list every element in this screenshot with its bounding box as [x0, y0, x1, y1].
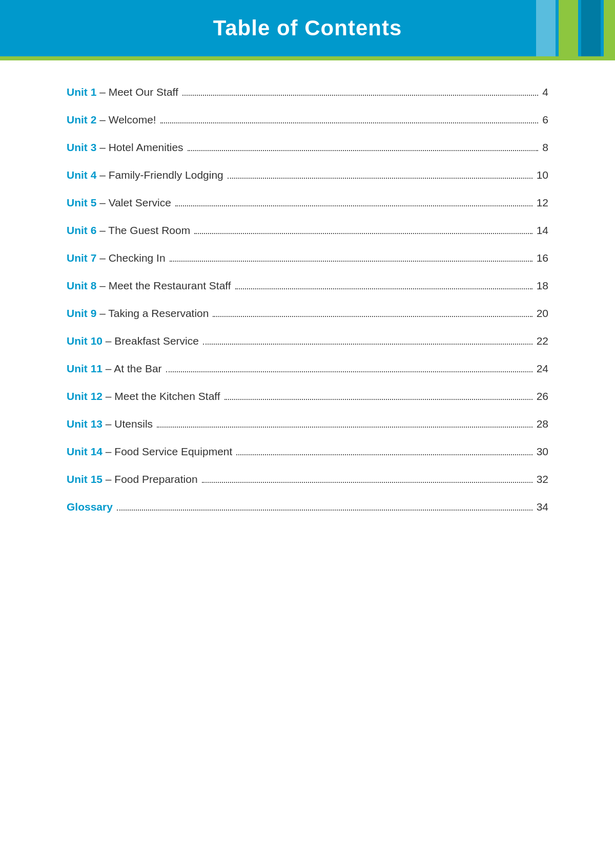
- page-header: Table of Contents: [0, 0, 615, 56]
- bar-1: [536, 0, 556, 56]
- toc-item-unit9: Unit 9 – Taking a Reservation 20: [67, 307, 548, 320]
- toc-page-unit2: 6: [542, 114, 548, 126]
- toc-unit-unit2: Unit 2: [67, 114, 96, 125]
- toc-item-unit7: Unit 7 – Checking In 16: [67, 252, 548, 264]
- bar-4: [604, 0, 615, 56]
- toc-item-unit13: Unit 13 – Utensils 28: [67, 418, 548, 430]
- toc-item-glossary: Glossary 34: [67, 501, 548, 513]
- toc-dots-unit4: [228, 178, 532, 179]
- toc-dash-unit1: – Meet Our Staff: [96, 86, 178, 98]
- toc-label-unit14: Unit 14 – Food Service Equipment: [67, 446, 232, 458]
- toc-item-unit6: Unit 6 – The Guest Room 14: [67, 224, 548, 237]
- toc-item-unit5: Unit 5 – Valet Service 12: [67, 197, 548, 209]
- toc-label-unit8: Unit 8 – Meet the Restaurant Staff: [67, 280, 231, 292]
- toc-page-unit1: 4: [542, 86, 548, 98]
- toc-dots-unit10: [203, 344, 532, 345]
- toc-item-unit12: Unit 12 – Meet the Kitchen Staff 26: [67, 390, 548, 403]
- toc-page-glossary: 34: [537, 501, 548, 513]
- toc-page-unit10: 22: [537, 335, 548, 347]
- toc-dash-unit4: – Family-Friendly Lodging: [96, 169, 223, 181]
- toc-dots-unit7: [170, 261, 532, 262]
- toc-dots-unit1: [182, 95, 538, 96]
- toc-dots-unit13: [157, 427, 532, 428]
- toc-page-unit13: 28: [537, 418, 548, 430]
- toc-label-unit6: Unit 6 – The Guest Room: [67, 224, 190, 237]
- main-content: Unit 1 – Meet Our Staff 4 Unit 2 – Welco…: [0, 60, 615, 559]
- toc-item-unit4: Unit 4 – Family-Friendly Lodging 10: [67, 169, 548, 181]
- toc-dots-unit15: [202, 482, 532, 483]
- toc-unit-unit3: Unit 3: [67, 141, 96, 153]
- bar-3: [581, 0, 601, 56]
- green-accent-line: [0, 56, 615, 60]
- toc-item-unit14: Unit 14 – Food Service Equipment 30: [67, 446, 548, 458]
- toc-dash-unit5: – Valet Service: [96, 197, 171, 208]
- toc-dash-unit10: – Breakfast Service: [102, 335, 199, 347]
- toc-page-unit5: 12: [537, 197, 548, 209]
- toc-unit-unit6: Unit 6: [67, 224, 96, 236]
- toc-unit-glossary: Glossary: [67, 501, 113, 513]
- toc-unit-unit4: Unit 4: [67, 169, 96, 181]
- page-title: Table of Contents: [213, 16, 402, 40]
- toc-unit-unit15: Unit 15: [67, 473, 102, 485]
- toc-page-unit14: 30: [537, 446, 548, 458]
- toc-dots-unit5: [175, 205, 532, 206]
- toc-label-glossary: Glossary: [67, 501, 113, 513]
- toc-unit-unit5: Unit 5: [67, 197, 96, 208]
- toc-list: Unit 1 – Meet Our Staff 4 Unit 2 – Welco…: [67, 86, 548, 513]
- toc-item-unit11: Unit 11 – At the Bar 24: [67, 363, 548, 375]
- toc-dash-unit7: – Checking In: [96, 252, 165, 264]
- toc-label-unit11: Unit 11 – At the Bar: [67, 363, 162, 375]
- toc-label-unit13: Unit 13 – Utensils: [67, 418, 153, 430]
- toc-item-unit1: Unit 1 – Meet Our Staff 4: [67, 86, 548, 98]
- toc-unit-unit12: Unit 12: [67, 390, 102, 402]
- toc-dots-unit12: [224, 399, 532, 400]
- toc-item-unit3: Unit 3 – Hotel Amenities 8: [67, 141, 548, 154]
- toc-page-unit11: 24: [537, 363, 548, 375]
- toc-item-unit8: Unit 8 – Meet the Restaurant Staff 18: [67, 280, 548, 292]
- toc-dots-unit8: [235, 288, 532, 289]
- toc-label-unit4: Unit 4 – Family-Friendly Lodging: [67, 169, 223, 181]
- toc-page-unit7: 16: [537, 252, 548, 264]
- toc-page-unit8: 18: [537, 280, 548, 292]
- toc-dash-unit8: – Meet the Restaurant Staff: [96, 280, 231, 291]
- toc-unit-unit8: Unit 8: [67, 280, 96, 291]
- toc-dots-unit11: [166, 371, 532, 372]
- toc-dash-unit12: – Meet the Kitchen Staff: [102, 390, 220, 402]
- toc-unit-unit1: Unit 1: [67, 86, 96, 98]
- toc-unit-unit10: Unit 10: [67, 335, 102, 347]
- toc-dash-unit15: – Food Preparation: [102, 473, 198, 485]
- toc-label-unit5: Unit 5 – Valet Service: [67, 197, 171, 209]
- toc-label-unit12: Unit 12 – Meet the Kitchen Staff: [67, 390, 220, 403]
- toc-item-unit2: Unit 2 – Welcome! 6: [67, 114, 548, 126]
- toc-unit-unit9: Unit 9: [67, 307, 96, 319]
- toc-dash-unit3: – Hotel Amenities: [96, 141, 183, 153]
- bar-2: [559, 0, 578, 56]
- toc-page-unit15: 32: [537, 473, 548, 485]
- decorative-bars: [536, 0, 615, 56]
- toc-page-unit6: 14: [537, 224, 548, 237]
- toc-dash-unit9: – Taking a Reservation: [96, 307, 209, 319]
- toc-dots-unit6: [194, 233, 532, 234]
- toc-label-unit10: Unit 10 – Breakfast Service: [67, 335, 199, 347]
- toc-dash-unit14: – Food Service Equipment: [102, 446, 232, 457]
- toc-unit-unit13: Unit 13: [67, 418, 102, 430]
- toc-label-unit1: Unit 1 – Meet Our Staff: [67, 86, 178, 98]
- toc-label-unit3: Unit 3 – Hotel Amenities: [67, 141, 183, 154]
- toc-page-unit12: 26: [537, 390, 548, 403]
- toc-label-unit7: Unit 7 – Checking In: [67, 252, 166, 264]
- toc-label-unit2: Unit 2 – Welcome!: [67, 114, 156, 126]
- toc-unit-unit11: Unit 11: [67, 363, 102, 374]
- toc-dots-unit2: [160, 122, 539, 123]
- toc-dash-unit13: – Utensils: [102, 418, 153, 430]
- toc-label-unit15: Unit 15 – Food Preparation: [67, 473, 198, 485]
- toc-dots-unit3: [188, 150, 539, 151]
- toc-dots-unit14: [236, 454, 532, 455]
- toc-page-unit4: 10: [537, 169, 548, 181]
- toc-unit-unit7: Unit 7: [67, 252, 96, 264]
- toc-dots-unit9: [213, 316, 532, 317]
- toc-item-unit10: Unit 10 – Breakfast Service 22: [67, 335, 548, 347]
- toc-page-unit3: 8: [542, 141, 548, 154]
- toc-item-unit15: Unit 15 – Food Preparation 32: [67, 473, 548, 485]
- toc-dash-unit6: – The Guest Room: [96, 224, 190, 236]
- toc-unit-unit14: Unit 14: [67, 446, 102, 457]
